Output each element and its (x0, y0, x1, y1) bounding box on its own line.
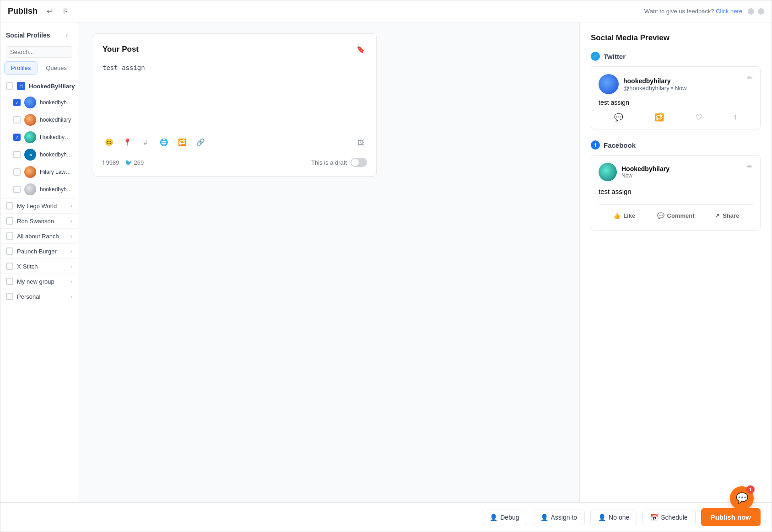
twitter-preview: 🐦 Twitter hookedbyhilary @hookedbyhilary… (591, 52, 761, 129)
hashtag-icon[interactable]: # (139, 136, 152, 149)
group-checkbox[interactable] (6, 82, 13, 90)
profile-group-hookedbyhilary: H HookedByHilary ▾ hookedbyhilary hooked… (0, 78, 78, 199)
profile-item-hookedbyhilary-fb[interactable]: Hookedbyhilary (0, 129, 78, 146)
minimize-button[interactable] (748, 8, 754, 15)
fb-display-name: Hookedbyhilary (621, 165, 669, 172)
emoji-icon[interactable]: 😊 (103, 136, 115, 149)
debug-icon: 👤 (490, 514, 497, 521)
post-textarea[interactable]: test assign (103, 63, 367, 123)
profile-item-hookedbyhilary-twitter[interactable]: hookedbyhilary (0, 94, 78, 111)
group-item-personal[interactable]: Personal › (0, 289, 78, 304)
close-button[interactable] (758, 8, 764, 15)
group-checkbox[interactable] (6, 278, 13, 285)
group-checkbox[interactable] (6, 263, 13, 270)
retweet-action-icon[interactable]: 🔁 (655, 113, 664, 122)
profile-checkbox[interactable] (13, 116, 21, 124)
post-tools: 😊 📍 # 🌐 🔁 🔗 (103, 136, 207, 149)
app-title: Publish (8, 6, 38, 16)
search-input[interactable] (10, 48, 78, 55)
chevron-right-icon: › (70, 294, 72, 299)
publish-label: Publish now (711, 513, 751, 521)
feedback-link[interactable]: Click here (716, 8, 742, 15)
chat-button[interactable]: 💬 1 (730, 486, 754, 510)
profile-checkbox[interactable] (13, 134, 21, 141)
profile-checkbox[interactable] (13, 186, 21, 193)
link-icon[interactable]: 🔗 (194, 136, 207, 149)
group-item-x-stitch[interactable]: X-Stitch › (0, 259, 78, 274)
group-name: HookedByHilary (29, 83, 75, 90)
avatar (24, 183, 36, 195)
group-item-all-about-ranch[interactable]: All about Ranch › (0, 229, 78, 244)
group-checkbox[interactable] (6, 202, 13, 210)
profile-group-header[interactable]: H HookedByHilary ▾ (0, 78, 78, 94)
assignee-button[interactable]: 👤 No one (590, 510, 637, 525)
group-item-paunch-burger[interactable]: Paunch Burger › (0, 244, 78, 259)
reply-icon[interactable]: 💬 (614, 113, 623, 122)
facebook-count-icon: f (103, 159, 104, 166)
bottom-bar: 👤 Debug 👤 Assign to 👤 No one 📅 Schedule … (0, 502, 772, 532)
feedback-text: Want to give us feedback? Click here (644, 8, 742, 15)
profile-name: hookedbyhilary (40, 151, 72, 158)
group-item-my-new-group[interactable]: My new group › (0, 274, 78, 289)
assignee-icon: 👤 (598, 514, 606, 521)
tweet-avatar (599, 74, 619, 94)
fb-edit-button[interactable]: ✏ (747, 163, 753, 170)
share-label: Share (723, 212, 739, 219)
like-icon: 👍 (613, 212, 621, 219)
tweet-edit-button[interactable]: ✏ (747, 74, 753, 81)
profile-name: hookedbyhilary (40, 99, 72, 106)
group-checkbox[interactable] (6, 232, 13, 240)
profile-checkbox[interactable] (13, 151, 21, 158)
tweet-handle-time: @hookedbyhilary • Now (623, 85, 686, 91)
redo-icon[interactable]: ⎘ (59, 5, 72, 18)
schedule-label: Schedule (661, 514, 687, 521)
image-icon[interactable]: 🖼 (354, 136, 367, 149)
comment-icon: 💬 (657, 212, 664, 219)
fb-comment-button[interactable]: 💬 Comment (650, 209, 701, 223)
toggle-knob (351, 159, 359, 166)
debug-button[interactable]: 👤 Debug (482, 510, 527, 525)
schedule-button[interactable]: 📅 Schedule (642, 510, 695, 525)
fb-content: test assign (599, 187, 753, 197)
title-bar: Publish ↩ ⎘ Want to give us feedback? Cl… (0, 0, 772, 22)
fb-share-button[interactable]: ↗ Share (702, 209, 753, 223)
profile-item-hookedbyhilary-linkedin[interactable]: in hookedbyhilary (0, 146, 78, 163)
your-post-title: Your Post (103, 45, 139, 54)
assign-to-button[interactable]: 👤 Assign to (533, 510, 585, 525)
group-checkbox[interactable] (6, 217, 13, 225)
profile-item-hookedbyhilary-yt[interactable]: hookedbyhilary (0, 181, 78, 198)
facebook-platform-icon: f (591, 140, 600, 150)
tab-queues[interactable]: Queues (39, 61, 73, 75)
profile-name: hookedbyhilary (40, 186, 72, 193)
chevron-right-icon: › (70, 233, 72, 239)
retweet-icon[interactable]: 🔁 (176, 136, 189, 149)
bookmark-icon[interactable]: 🔖 (354, 43, 367, 56)
undo-icon[interactable]: ↩ (43, 5, 56, 18)
facebook-platform-name: Facebook (604, 141, 636, 149)
profile-item-hookedhilary[interactable]: hookedhilary (0, 111, 78, 129)
publish-now-button[interactable]: Publish now (701, 508, 761, 526)
tab-profiles[interactable]: Profiles (4, 61, 38, 75)
group-checkbox[interactable] (6, 247, 13, 255)
group-name: All about Ranch (17, 233, 67, 240)
group-name: Ron Swanson (17, 218, 67, 225)
draft-toggle[interactable]: This is a draft (311, 158, 367, 167)
group-item-my-lego-world[interactable]: My Lego World › (0, 199, 78, 214)
chevron-right-icon: › (70, 248, 72, 254)
like-icon[interactable]: ♡ (696, 113, 702, 122)
group-item-ron-swanson[interactable]: Ron Swanson › (0, 214, 78, 229)
chat-badge: 1 (746, 485, 755, 494)
group-checkbox[interactable] (6, 293, 13, 300)
profile-item-hilary-lawrence[interactable]: Hilary Lawrence (0, 163, 78, 181)
globe-icon[interactable]: 🌐 (157, 136, 170, 149)
avatar: in (24, 149, 36, 161)
profile-checkbox[interactable] (13, 168, 21, 176)
sidebar: Social Profiles ‹ 🔍 Profiles Queues H Ho… (0, 22, 78, 502)
share-action-icon[interactable]: ↑ (734, 113, 737, 122)
fb-like-button[interactable]: 👍 Like (599, 209, 650, 223)
profile-checkbox[interactable] (13, 99, 21, 106)
draft-toggle-switch[interactable] (351, 158, 367, 167)
location-icon[interactable]: 📍 (121, 136, 134, 149)
search-box[interactable]: 🔍 (6, 46, 72, 58)
sidebar-collapse-button[interactable]: ‹ (61, 30, 72, 41)
